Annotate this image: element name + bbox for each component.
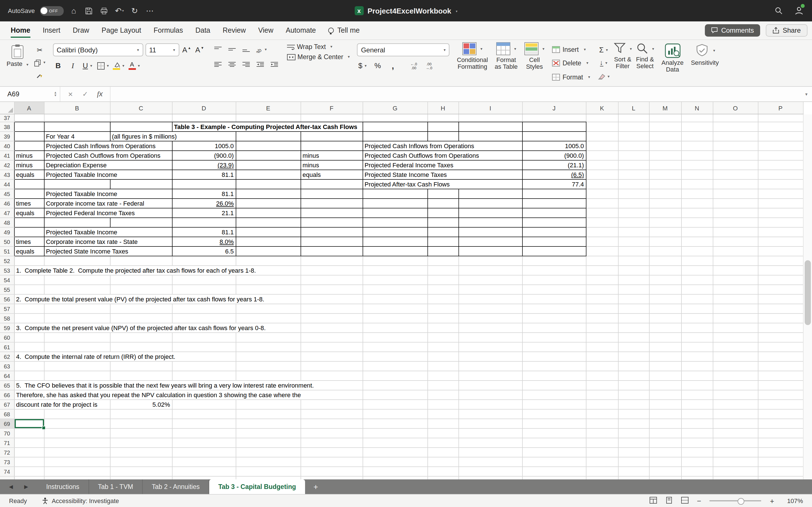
cell-A48[interactable] [14,218,44,227]
cell-J52[interactable] [522,256,586,266]
cell-B52[interactable] [44,256,110,266]
cell-A70[interactable] [14,429,44,438]
row-header-70[interactable]: 70 [0,429,14,438]
cell-P42[interactable] [758,160,803,170]
cell-B39[interactable]: For Year 4 [44,131,110,141]
cell-E49[interactable] [236,227,301,237]
cell-N73[interactable] [681,457,713,467]
cell-E75[interactable] [236,476,301,480]
cell-F70[interactable] [301,429,363,438]
align-top-button[interactable] [212,43,223,55]
cell-P70[interactable] [758,429,803,438]
tab-draw[interactable]: Draw [66,24,95,37]
cell-O53[interactable] [713,266,758,275]
cell-N47[interactable] [681,208,713,218]
col-header-H[interactable]: H [427,102,458,114]
cell-A67[interactable]: discount rate for the project is [14,400,110,409]
cell-M46[interactable] [649,199,681,208]
cell-N63[interactable] [681,361,713,371]
cell-P73[interactable] [758,457,803,467]
sheet-tab-tab-2-annuities[interactable]: Tab 2 - Annuities [143,480,209,494]
cell-C52[interactable] [110,256,172,266]
cell-F75[interactable] [301,476,363,480]
fill-color-button[interactable]: ▾ [113,60,124,71]
cell-P47[interactable] [758,208,803,218]
cell-F62[interactable] [301,352,363,361]
cell-K43[interactable] [586,170,618,179]
cell-M69[interactable] [649,419,681,429]
cell-H50[interactable] [427,237,458,246]
tab-view[interactable]: View [252,24,280,37]
cell-K47[interactable] [586,208,618,218]
cell-I55[interactable] [458,285,522,294]
cell-A57[interactable] [14,304,44,314]
cell-A59[interactable]: 3. Compute the net present value (NPV) o… [14,323,301,333]
cell-H53[interactable] [427,266,458,275]
cell-I46[interactable] [458,199,522,208]
cell-N74[interactable] [681,467,713,476]
cell-E73[interactable] [236,457,301,467]
cancel-entry-icon[interactable]: × [64,90,77,99]
cell-C75[interactable] [110,476,172,480]
row-header-49[interactable]: 49 [0,227,14,237]
cell-D60[interactable] [172,333,236,342]
cell-M43[interactable] [649,170,681,179]
cell-P66[interactable] [758,390,803,400]
cell-P57[interactable] [758,304,803,314]
cell-O69[interactable] [713,419,758,429]
cell-A53[interactable]: 1. Complete Table 2. Compute the project… [14,266,301,275]
cell-L48[interactable] [618,218,649,227]
tab-tell-me[interactable]: Tell me [322,24,366,37]
cell-G60[interactable] [363,333,427,342]
cell-I65[interactable] [458,381,522,390]
cell-D70[interactable] [172,429,236,438]
cell-M56[interactable] [649,294,681,304]
cell-K46[interactable] [586,199,618,208]
scrollbar-thumb[interactable] [805,260,811,325]
cell-F48[interactable] [301,218,363,227]
cell-P62[interactable] [758,352,803,361]
format-painter-button[interactable] [34,69,45,81]
cell-I67[interactable] [458,400,522,409]
cell-A52[interactable] [14,256,44,266]
cell-H48[interactable] [427,218,458,227]
cell-L63[interactable] [618,361,649,371]
cell-L60[interactable] [618,333,649,342]
cell-B50[interactable]: Corporate income tax rate - State [44,237,172,246]
cell-G52[interactable] [363,256,427,266]
cell-J41[interactable]: (900.0) [522,151,586,160]
cell-J45[interactable] [522,189,586,199]
cell-L56[interactable] [618,294,649,304]
row-header-41[interactable]: 41 [0,151,14,160]
cell-F44[interactable] [301,179,363,189]
cell-E57[interactable] [236,304,301,314]
cell-A64[interactable] [14,371,44,381]
cell-O67[interactable] [713,400,758,409]
cell-H74[interactable] [427,467,458,476]
font-color-button[interactable]: A ▾ [128,60,140,71]
cell-A61[interactable] [14,342,44,352]
find-select-button[interactable]: ▾ Find & Select [636,42,654,84]
cell-D46[interactable]: 26.0% [172,199,236,208]
cell-D43[interactable]: 81.1 [172,170,236,179]
cell-D67[interactable] [172,400,236,409]
cell-E61[interactable] [236,342,301,352]
row-header-44[interactable]: 44 [0,179,14,189]
cell-D38[interactable]: Table 3 - Example - Computing Projected … [172,122,363,131]
cell-C55[interactable] [110,285,172,294]
cell-O61[interactable] [713,342,758,352]
cell-B54[interactable] [44,275,110,285]
cell-G70[interactable] [363,429,427,438]
cell-M57[interactable] [649,304,681,314]
cell-I57[interactable] [458,304,522,314]
sensitivity-button[interactable]: ▾ Sensitivity [691,42,719,84]
cell-K61[interactable] [586,342,618,352]
cell-A72[interactable] [14,448,44,457]
cell-D73[interactable] [172,457,236,467]
cell-B69[interactable] [44,419,110,429]
cell-E48[interactable] [236,218,301,227]
col-header-D[interactable]: D [172,102,236,114]
cell-N48[interactable] [681,218,713,227]
cell-M60[interactable] [649,333,681,342]
zoom-in-icon[interactable]: + [770,497,774,505]
